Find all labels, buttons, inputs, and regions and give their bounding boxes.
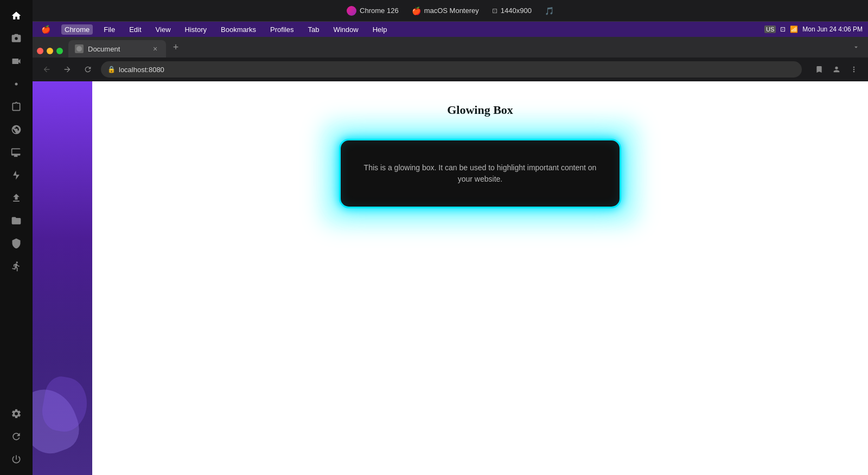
sidebar-upload-icon[interactable] — [7, 188, 26, 208]
menubar-time: Mon Jun 24 4:06 PM — [802, 25, 863, 33]
sidebar-monitor-icon[interactable] — [7, 143, 26, 162]
browser-content: Glowing Box This is a glowing box. It ca… — [92, 81, 868, 475]
resolution-icon: ⊡ — [492, 7, 497, 15]
menu-history[interactable]: History — [182, 24, 210, 35]
resolution-label: 1440x900 — [501, 7, 532, 15]
traffic-light-green[interactable] — [56, 48, 63, 54]
app-sidebar — [0, 0, 33, 475]
menu-bookmarks[interactable]: Bookmarks — [218, 24, 259, 35]
sidebar-clipboard-icon[interactable] — [7, 97, 26, 117]
sidebar-person-icon[interactable] — [7, 256, 26, 276]
apple-menu[interactable]: 🍎 — [38, 24, 54, 35]
glow-box: This is a glowing box. It can be used to… — [339, 139, 621, 208]
menu-file[interactable]: File — [100, 24, 118, 35]
system-bar: Chrome 126 🍎 macOS Monterey ⊡ 1440x900 🎵 — [33, 0, 868, 22]
sidebar-refresh-icon[interactable] — [7, 427, 26, 446]
chrome-icon — [347, 6, 356, 16]
lock-icon: 🔒 — [107, 66, 116, 73]
glow-text: This is a glowing box. It can be used to… — [357, 162, 603, 185]
page-content: Glowing Box This is a glowing box. It ca… — [236, 103, 724, 219]
tab-close-button[interactable]: × — [151, 44, 159, 53]
resolution-info: ⊡ 1440x900 — [492, 7, 532, 15]
sidebar-power-icon[interactable] — [7, 450, 26, 469]
sidebar-globe-icon[interactable] — [7, 120, 26, 139]
menu-tab[interactable]: Tab — [304, 24, 322, 35]
macos-menubar: 🍎 Chrome File Edit View History Bookmark… — [33, 22, 868, 37]
page-title: Glowing Box — [447, 103, 513, 117]
chrome-addressbar: 🔒 localhost:8080 — [33, 57, 868, 81]
menu-chrome[interactable]: Chrome — [61, 24, 93, 35]
back-button[interactable] — [39, 62, 54, 77]
os-label: macOS Monterey — [424, 7, 479, 15]
sidebar-lightning-icon[interactable] — [7, 165, 26, 185]
address-bar[interactable]: 🔒 localhost:8080 — [101, 61, 802, 78]
traffic-light-red[interactable] — [37, 48, 43, 54]
sound-info: 🎵 — [545, 7, 554, 15]
tab-title: Document — [88, 45, 146, 53]
sidebar-spider-icon[interactable] — [7, 74, 26, 94]
os-info: 🍎 macOS Monterey — [412, 7, 479, 15]
sidebar-settings-icon[interactable] — [7, 404, 26, 423]
reload-button[interactable] — [80, 62, 95, 77]
menu-view[interactable]: View — [152, 24, 174, 35]
chrome-tabbar: Document × + — [33, 37, 868, 57]
glow-wrapper: This is a glowing box. It can be used to… — [328, 128, 632, 219]
chrome-label: Chrome 126 — [360, 7, 399, 15]
sidebar-video-icon[interactable] — [7, 52, 26, 71]
sound-icon: 🎵 — [545, 7, 554, 15]
new-tab-button[interactable]: + — [168, 40, 183, 55]
bookmark-button[interactable] — [812, 62, 827, 77]
menu-profiles[interactable]: Profiles — [267, 24, 297, 35]
menubar-keyboard-icon: US — [764, 25, 776, 33]
apple-icon: 🍎 — [412, 7, 421, 15]
main-area: Chrome 126 🍎 macOS Monterey ⊡ 1440x900 🎵… — [33, 0, 868, 475]
traffic-lights — [37, 48, 63, 57]
traffic-light-yellow[interactable] — [47, 48, 53, 54]
sidebar-shield-icon[interactable] — [7, 234, 26, 253]
forward-button[interactable] — [60, 62, 75, 77]
browser-left-decoration — [33, 81, 92, 475]
menu-help[interactable]: Help — [369, 24, 391, 35]
tabbar-expand-button[interactable] — [848, 40, 864, 55]
profile-button[interactable] — [829, 62, 844, 77]
browser-content-row: Glowing Box This is a glowing box. It ca… — [33, 81, 868, 475]
url-display: localhost:8080 — [119, 66, 795, 74]
browser-tab[interactable]: Document × — [68, 40, 166, 57]
sidebar-folder-icon[interactable] — [7, 211, 26, 230]
menubar-screen-icon: ⊡ — [780, 25, 786, 33]
menu-edit[interactable]: Edit — [126, 24, 144, 35]
menubar-right: US ⊡ 📶 Mon Jun 24 4:06 PM — [764, 25, 863, 33]
addressbar-actions — [812, 62, 861, 77]
menu-window[interactable]: Window — [330, 24, 361, 35]
tab-favicon — [75, 44, 84, 53]
browser-info: Chrome 126 — [347, 6, 399, 16]
sidebar-camera-icon[interactable] — [7, 29, 26, 48]
sidebar-home-icon[interactable] — [7, 6, 26, 25]
more-button[interactable] — [846, 62, 861, 77]
svg-point-0 — [15, 83, 18, 86]
menubar-wifi-icon: 📶 — [790, 25, 798, 33]
